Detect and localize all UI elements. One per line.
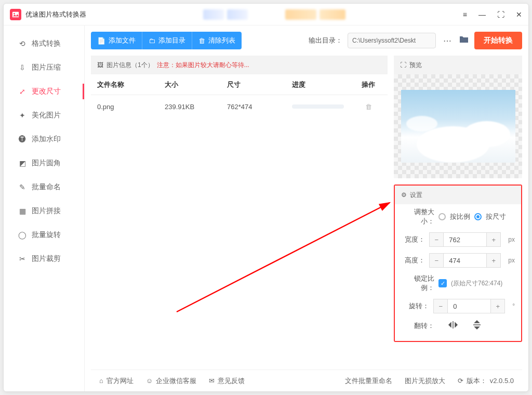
- info-warning: 注意：如果图片较大请耐心等待...: [157, 61, 249, 70]
- col-op: 操作: [355, 80, 381, 89]
- footer-feedback[interactable]: ✉意见反馈: [209, 376, 245, 386]
- height-increment[interactable]: +: [486, 253, 501, 268]
- fullscreen-button[interactable]: ⛶: [497, 10, 504, 19]
- svg-rect-0: [12, 11, 19, 17]
- height-decrement[interactable]: −: [429, 253, 444, 268]
- col-dim: 尺寸: [227, 80, 292, 89]
- rotate-increment[interactable]: +: [490, 299, 505, 313]
- sidebar-item-label: 图片圆角: [32, 159, 61, 168]
- footer-label: 企业微信客服: [156, 376, 196, 386]
- table-header: 文件名称 大小 尺寸 进度 操作: [91, 74, 388, 95]
- radio-by-size[interactable]: [474, 213, 482, 220]
- menu-button[interactable]: ≡: [463, 10, 467, 19]
- radio-ratio-label: 按比例: [450, 212, 470, 221]
- width-increment[interactable]: +: [486, 232, 501, 247]
- sidebar-item-label: 更改尺寸: [32, 87, 61, 96]
- sidebar-item-rotate[interactable]: ◯批量旋转: [4, 223, 84, 247]
- preview-image: [401, 90, 515, 163]
- gear-icon: ⚙: [401, 191, 407, 199]
- stitch-icon: ▦: [18, 207, 26, 215]
- rotate-icon: ◯: [18, 231, 26, 239]
- footer-official-site[interactable]: ⌂官方网址: [99, 376, 134, 386]
- cell-dim: 762*474: [227, 103, 292, 111]
- sidebar-item-beautify[interactable]: ✦美化图片: [4, 103, 84, 127]
- rotate-input[interactable]: [448, 299, 490, 313]
- footer-upscale[interactable]: 图片无损放大: [405, 376, 445, 386]
- browse-folder-button[interactable]: [459, 34, 469, 47]
- sidebar-item-resize[interactable]: ⤢更改尺寸: [4, 80, 84, 103]
- sidebar: ⟲格式转换 ⇩图片压缩 ⤢更改尺寸 ✦美化图片 🅣添加水印 ◩图片圆角 ✎批量命…: [4, 25, 85, 391]
- width-decrement[interactable]: −: [429, 232, 444, 247]
- blurred-area: [320, 9, 345, 20]
- sidebar-item-label: 图片拼接: [32, 206, 61, 216]
- rename-icon: ✎: [18, 183, 26, 191]
- sidebar-item-label: 批量旋转: [32, 230, 61, 240]
- sidebar-item-round-corner[interactable]: ◩图片圆角: [4, 151, 84, 175]
- cell-progress: [292, 104, 355, 109]
- width-input[interactable]: [444, 232, 486, 247]
- unit-px: px: [508, 236, 515, 243]
- lock-ratio-checkbox[interactable]: ✓: [438, 279, 447, 287]
- footer-version: ⟳版本：v2.0.5.0: [458, 376, 514, 386]
- sidebar-item-label: 图片压缩: [32, 63, 61, 72]
- height-label: 高度：: [401, 256, 425, 265]
- sidebar-item-label: 美化图片: [32, 111, 61, 120]
- support-icon: ☺: [146, 377, 153, 385]
- add-folder-button[interactable]: 🗀添加目录: [142, 32, 192, 49]
- minimize-button[interactable]: —: [478, 10, 486, 19]
- preview-title: ⛶预览: [394, 56, 522, 74]
- close-button[interactable]: ✕: [516, 10, 522, 19]
- version-label: 版本：: [467, 376, 487, 386]
- delete-row-button[interactable]: 🗑: [355, 103, 381, 111]
- trash-icon: 🗑: [198, 37, 205, 45]
- sidebar-item-watermark[interactable]: 🅣添加水印: [4, 127, 84, 151]
- footer-support[interactable]: ☺企业微信客服: [146, 376, 196, 386]
- width-label: 宽度：: [401, 235, 425, 244]
- progress-bar: [292, 104, 344, 109]
- info-bar: 🖼 图片信息（1个） 注意：如果图片较大请耐心等待...: [91, 56, 388, 74]
- sidebar-item-stitch[interactable]: ▦图片拼接: [4, 199, 84, 223]
- footer-batch-rename[interactable]: 文件批量重命名: [345, 376, 392, 386]
- compress-icon: ⇩: [18, 63, 26, 72]
- refresh-icon: ⟳: [458, 377, 463, 385]
- sidebar-item-format-convert[interactable]: ⟲格式转换: [4, 32, 84, 56]
- feedback-icon: ✉: [209, 377, 215, 385]
- rotate-decrement[interactable]: −: [433, 299, 448, 313]
- preview-icon: ⛶: [400, 61, 406, 69]
- svg-point-1: [14, 12, 15, 14]
- start-convert-button[interactable]: 开始转换: [474, 32, 522, 49]
- more-button[interactable]: ⋯: [441, 36, 454, 46]
- info-text: 图片信息（1个）: [107, 61, 154, 70]
- cell-name: 0.png: [97, 103, 165, 111]
- sidebar-item-crop[interactable]: ✂图片裁剪: [4, 247, 84, 271]
- unit-deg: °: [512, 302, 515, 310]
- flip-horizontal-button[interactable]: [448, 320, 458, 332]
- toolbar-button-group: 📄添加文件 🗀添加目录 🗑清除列表: [91, 32, 242, 49]
- output-dir-input[interactable]: [348, 33, 436, 48]
- sidebar-item-compress[interactable]: ⇩图片压缩: [4, 56, 84, 80]
- beautify-icon: ✦: [18, 111, 26, 120]
- app-title: 优速图片格式转换器: [25, 10, 86, 19]
- flip-vertical-button[interactable]: [472, 320, 482, 332]
- col-name: 文件名称: [97, 80, 165, 89]
- image-icon: 🖼: [97, 61, 103, 69]
- table-row[interactable]: 0.png 239.91KB 762*474 🗑: [91, 95, 388, 118]
- resize-label: 调整大小：: [401, 207, 434, 226]
- settings-title-bar: ⚙设置: [395, 186, 521, 204]
- clear-list-button[interactable]: 🗑清除列表: [192, 32, 242, 49]
- rotate-label: 旋转：: [401, 301, 429, 311]
- button-label: 添加文件: [109, 36, 136, 45]
- button-label: 添加目录: [158, 36, 185, 45]
- height-input[interactable]: [444, 253, 486, 268]
- radio-by-ratio[interactable]: [438, 213, 446, 220]
- sidebar-item-label: 添加水印: [32, 135, 61, 144]
- file-icon: 📄: [97, 37, 105, 45]
- radio-size-label: 按尺寸: [486, 212, 506, 221]
- convert-icon: ⟲: [18, 40, 26, 48]
- version-value: v2.0.5.0: [490, 377, 514, 385]
- crop-icon: ✂: [18, 255, 26, 263]
- round-icon: ◩: [18, 159, 26, 167]
- blurred-area: [285, 9, 316, 20]
- sidebar-item-rename[interactable]: ✎批量命名: [4, 175, 84, 199]
- add-file-button[interactable]: 📄添加文件: [91, 32, 142, 49]
